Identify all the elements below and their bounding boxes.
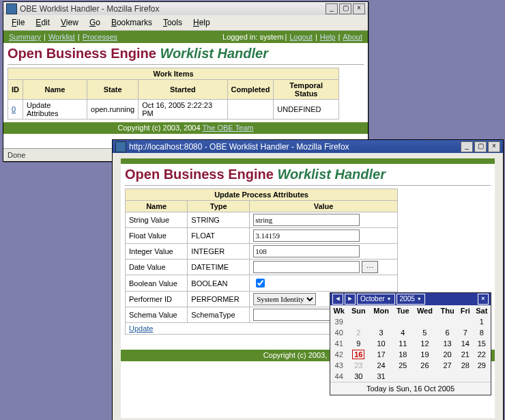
calendar-day[interactable]: 21 [458,349,473,360]
maximize-button[interactable]: ▢ [339,3,351,14]
work-items-table: Work Items IDNameStateStartedCompletedTe… [8,68,339,120]
titlebar-1[interactable]: OBE Worklist Handler - Mozilla Firefox _… [3,2,368,15]
calendar-day [347,316,369,327]
nav-summary[interactable]: Summary [9,33,41,41]
table-row: Boolean ValueBOOLEAN [126,275,398,292]
calendar-day[interactable]: 27 [437,360,458,371]
calendar-day[interactable]: 20 [437,349,458,360]
calendar-day[interactable]: 5 [413,327,437,338]
calendar-day[interactable]: 18 [393,349,413,360]
calendar-day[interactable]: 15 [473,338,491,349]
table-caption: Work Items [8,68,339,80]
cal-next-icon[interactable]: ► [345,294,356,305]
attr-input-integer[interactable] [253,245,360,257]
calendar-day[interactable]: 28 [458,360,473,371]
nav-worklist[interactable]: Worklist [48,33,75,41]
cal-year-select[interactable]: 2005▼ [396,294,425,305]
calendar-day[interactable]: 22 [473,349,491,360]
table-caption: Update Process Attributes [126,189,398,201]
nav-about[interactable]: About [343,33,362,41]
attr-select-performer[interactable]: System Identity [253,293,316,305]
calendar-day[interactable]: 24 [369,360,393,371]
calendar-day[interactable]: 6 [437,327,458,338]
update-link[interactable]: Update [129,324,153,333]
close-button[interactable]: × [353,3,365,14]
green-bar [121,158,495,164]
calendar-day[interactable]: 25 [393,360,413,371]
calendar-day[interactable]: 16 [347,349,369,360]
calendar-day[interactable]: 19 [413,349,437,360]
calendar-day[interactable]: 3 [369,327,393,338]
window-title-2: http://localhost:8080 - OBE Worklist Han… [129,142,459,152]
page-title: Open Business Engine Worklist Handler [8,46,364,61]
attr-input-date[interactable] [253,261,360,273]
window-worklist: OBE Worklist Handler - Mozilla Firefox _… [3,1,369,162]
calendar-day[interactable]: 7 [458,327,473,338]
minimize-button[interactable]: _ [461,141,473,152]
calendar-popup: ◄ ► October▼ 2005▼ × WkSunMonTueWedThuFr… [330,292,491,395]
calendar-day[interactable]: 12 [413,338,437,349]
calendar-day [369,316,393,327]
date-picker-button[interactable]: ⋯ [362,261,378,273]
menu-file[interactable]: File [8,16,29,29]
nav-processes[interactable]: Processes [83,33,117,41]
table-row: Integer ValueINTEGER [126,244,398,260]
table-row: 0Update Attributesopen.runningOct 16, 20… [8,100,339,120]
cal-close-icon[interactable]: × [478,294,489,305]
page-navbar: Summary| Worklist| Processes Logged in: … [3,31,368,43]
calendar-day [458,371,473,382]
firefox-icon [115,141,126,152]
calendar-day[interactable]: 10 [369,338,393,349]
calendar-day [437,371,458,382]
menu-bookmarks[interactable]: Bookmarks [107,16,156,29]
footer-team-link[interactable]: The OBE Team [202,124,253,132]
row-id-link[interactable]: 0 [12,105,16,113]
calendar-today[interactable]: Today is Sun, 16 Oct 2005 [330,382,491,395]
calendar-day[interactable]: 30 [347,371,369,382]
calendar-day[interactable]: 4 [393,327,413,338]
cal-month-select[interactable]: October▼ [357,294,395,305]
calendar-day[interactable]: 1 [473,316,491,327]
maximize-button[interactable]: ▢ [474,141,487,152]
calendar-day[interactable]: 29 [473,360,491,371]
close-button[interactable]: × [488,141,500,152]
calendar-day[interactable]: 14 [458,338,473,349]
cal-prev-icon[interactable]: ◄ [332,294,343,305]
menu-tools[interactable]: Tools [159,16,186,29]
table-row: Float ValueFLOAT [126,228,398,244]
footer: Copyright (c) 2003, 2004 The OBE Team [3,122,368,134]
calendar-day[interactable]: 2 [347,327,369,338]
calendar-day[interactable]: 17 [369,349,393,360]
attr-checkbox[interactable] [256,279,265,288]
calendar-grid: WkSunMonTueWedThuFriSat 3914023456784191… [330,305,491,382]
page-title: Open Business Engine Worklist Handler [125,167,491,182]
titlebar-2[interactable]: http://localhost:8080 - OBE Worklist Han… [113,140,503,153]
table-row: Date ValueDATETIME ⋯ [126,260,398,275]
calendar-day [437,316,458,327]
calendar-day[interactable]: 13 [437,338,458,349]
calendar-day [393,371,413,382]
window-title-1: OBE Worklist Handler - Mozilla Firefox [20,4,324,14]
calendar-day[interactable]: 23 [347,360,369,371]
calendar-day[interactable]: 26 [413,360,437,371]
calendar-day [413,371,437,382]
calendar-day[interactable]: 31 [369,371,393,382]
menu-go[interactable]: Go [85,16,104,29]
nav-logout[interactable]: Logout [289,33,313,41]
menu-help[interactable]: Help [189,16,214,29]
table-row: String ValueSTRING [126,212,398,228]
calendar-day [413,316,437,327]
menu-view[interactable]: View [57,16,83,29]
calendar-day [473,371,491,382]
calendar-day[interactable]: 11 [393,338,413,349]
nav-help[interactable]: Help [320,33,336,41]
attr-input-float[interactable] [253,229,360,242]
calendar-day [393,316,413,327]
menu-edit[interactable]: Edit [31,16,54,29]
attr-input-string[interactable] [253,214,360,226]
calendar-day[interactable]: 9 [347,338,369,349]
minimize-button[interactable]: _ [326,3,338,14]
calendar-day[interactable]: 8 [473,327,491,338]
firefox-icon [6,3,17,14]
logged-in-text: Logged in: system [222,33,283,41]
